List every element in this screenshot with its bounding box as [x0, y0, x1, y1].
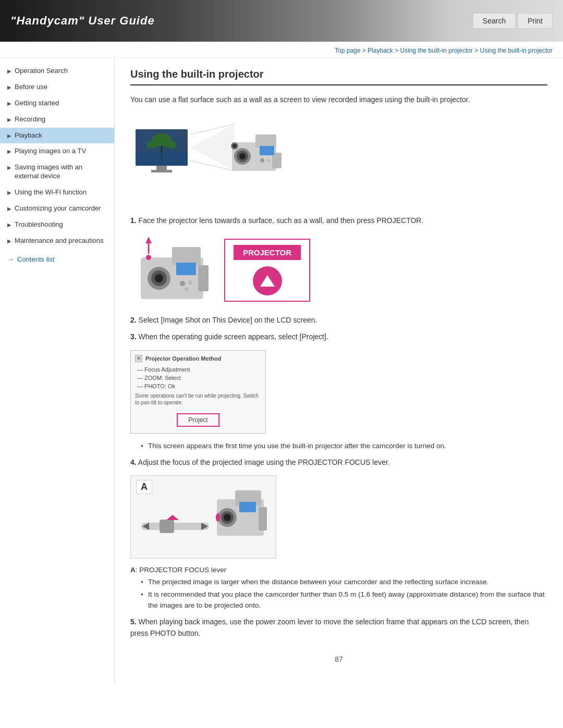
sidebar-item-before-use[interactable]: ▶ Before use: [0, 79, 114, 95]
arrow-icon: ▶: [7, 221, 11, 228]
illustration-focus-lever: A: [130, 475, 547, 559]
dialog-close-btn: ✕: [135, 355, 142, 362]
breadcrumb-projector1[interactable]: Using the built-in projector: [400, 47, 473, 54]
bullet-step4-1: It is recommended that you place the cam…: [141, 589, 547, 611]
step-2-num: 2.: [130, 316, 137, 324]
arrow-icon: ▶: [7, 68, 11, 75]
breadcrumb-projector2[interactable]: Using the built-in projector: [480, 47, 553, 54]
dialog-title-text: Projector Operation Method: [145, 355, 221, 362]
dialog-illustration: ✕ Projector Operation Method — Focus Adj…: [130, 350, 266, 434]
sidebar-item-customizing[interactable]: ▶ Customizing your camcorder: [0, 201, 114, 217]
focus-lever-svg: [131, 476, 276, 559]
sidebar-item-saving-external[interactable]: ▶ Saving images with an external device: [0, 159, 114, 184]
step-3: 3. When the operating guide screen appea…: [130, 331, 547, 342]
svg-point-15: [239, 153, 246, 159]
breadcrumb-top[interactable]: Top page: [335, 47, 360, 54]
step-5-num: 5.: [130, 618, 137, 626]
svg-rect-35: [141, 523, 209, 530]
dialog-item-1: — ZOOM: Select: [135, 374, 261, 382]
projector-button-camera-svg: [130, 234, 224, 307]
sidebar-item-maintenance[interactable]: ▶ Maintenance and precautions: [0, 233, 114, 249]
step-5: 5. When playing back images, use the pow…: [130, 616, 547, 639]
svg-point-34: [185, 287, 189, 291]
page-number: 87: [130, 655, 547, 663]
breadcrumb-playback[interactable]: Playback: [368, 47, 393, 54]
projector-overview-svg: [130, 114, 297, 207]
svg-rect-27: [198, 265, 209, 291]
header: "Handycam" User Guide Search Print: [0, 0, 563, 42]
arrow-icon: ▶: [7, 238, 11, 244]
arrow-icon: ▶: [7, 132, 11, 139]
sidebar-item-wifi[interactable]: ▶ Using the Wi-Fi function: [0, 184, 114, 201]
a-desc-text: : PROJECTOR FOCUS lever: [136, 566, 227, 574]
step-3-num: 3.: [130, 332, 137, 341]
step-5-text: When playing back images, use the power …: [130, 618, 529, 637]
projector-circle-button: [253, 266, 282, 295]
focus-lever-illustration: A: [130, 475, 276, 559]
sidebar-item-getting-started[interactable]: ▶ Getting started: [0, 95, 114, 112]
step-3-text: When the operating guide screen appears,…: [139, 332, 328, 341]
up-arrow-icon: [260, 275, 275, 287]
content-area: Using the built-in projector You can use…: [115, 58, 563, 684]
svg-rect-2: [151, 170, 172, 172]
page-title: Using the built-in projector: [130, 68, 547, 85]
contents-list-label: Contents list: [17, 255, 55, 263]
main-layout: ▶ Operation Search ▶ Before use ▶ Gettin…: [0, 58, 563, 684]
svg-point-26: [155, 274, 163, 282]
sidebar-item-operation-search[interactable]: ▶ Operation Search: [0, 63, 114, 79]
arrow-icon: ▶: [7, 148, 11, 155]
arrow-icon: ▶: [7, 84, 11, 91]
sidebar-item-playback[interactable]: ▶ Playback: [0, 128, 114, 144]
svg-rect-19: [260, 146, 274, 155]
step-1-text: Face the projector lens towards a surfac…: [139, 216, 424, 225]
a-bold: A: [130, 566, 136, 574]
sidebar-item-playing-tv[interactable]: ▶ Playing images on a TV: [0, 143, 114, 159]
svg-point-17: [232, 144, 237, 148]
step-4-num: 4.: [130, 458, 137, 466]
dialog-note: Some operations can't be run while proje…: [135, 392, 261, 406]
step-4-text: Adjust the focus of the projected image …: [138, 458, 390, 466]
project-button[interactable]: Project: [177, 413, 219, 427]
dialog-item-0: — Focus Adjustment: [135, 365, 261, 374]
sidebar-item-troubleshooting[interactable]: ▶ Troubleshooting: [0, 217, 114, 233]
svg-point-44: [224, 514, 231, 521]
contents-list-link[interactable]: Contents list: [0, 249, 114, 269]
dialog-title-bar: ✕ Projector Operation Method: [135, 355, 261, 362]
svg-rect-28: [176, 263, 196, 275]
illustration-projector-overview: [130, 114, 547, 207]
svg-point-32: [180, 281, 185, 286]
step-2: 2. Select [Image Shot on This Device] on…: [130, 314, 547, 326]
projector-label-area: PROJECTOR: [224, 239, 310, 302]
arrow-icon: ▶: [7, 205, 11, 212]
search-button[interactable]: Search: [473, 13, 516, 29]
svg-point-29: [146, 255, 151, 260]
svg-rect-12: [255, 134, 276, 147]
a-label-description: A: PROJECTOR FOCUS lever: [130, 566, 547, 574]
svg-point-20: [260, 158, 264, 163]
arrow-icon: ▶: [7, 164, 11, 171]
projector-label: PROJECTOR: [234, 245, 301, 260]
step-1-num: 1.: [130, 216, 137, 225]
svg-marker-8: [190, 124, 235, 171]
svg-rect-45: [259, 507, 267, 530]
app-title: "Handycam" User Guide: [10, 14, 155, 28]
arrow-icon: ▶: [7, 116, 11, 123]
header-buttons: Search Print: [473, 13, 553, 29]
step-1: 1. Face the projector lens towards a sur…: [130, 215, 547, 226]
svg-rect-7: [136, 153, 188, 166]
arrow-icon: ▶: [7, 189, 11, 196]
svg-point-47: [216, 513, 220, 522]
svg-rect-46: [239, 502, 256, 512]
svg-marker-31: [145, 237, 152, 243]
bullet-list-step3: This screen appears the first time you u…: [141, 441, 547, 451]
svg-rect-23: [172, 247, 201, 265]
bullet-step3: This screen appears the first time you u…: [141, 441, 547, 451]
svg-marker-39: [166, 515, 179, 520]
print-button[interactable]: Print: [518, 13, 553, 29]
dialog-item-2: — PHOTO: Ok: [135, 382, 261, 390]
sidebar: ▶ Operation Search ▶ Before use ▶ Gettin…: [0, 58, 115, 684]
illustration-dialog: ✕ Projector Operation Method — Focus Adj…: [130, 350, 547, 434]
svg-rect-1: [156, 166, 167, 170]
svg-point-33: [188, 280, 192, 285]
sidebar-item-recording[interactable]: ▶ Recording: [0, 112, 114, 128]
